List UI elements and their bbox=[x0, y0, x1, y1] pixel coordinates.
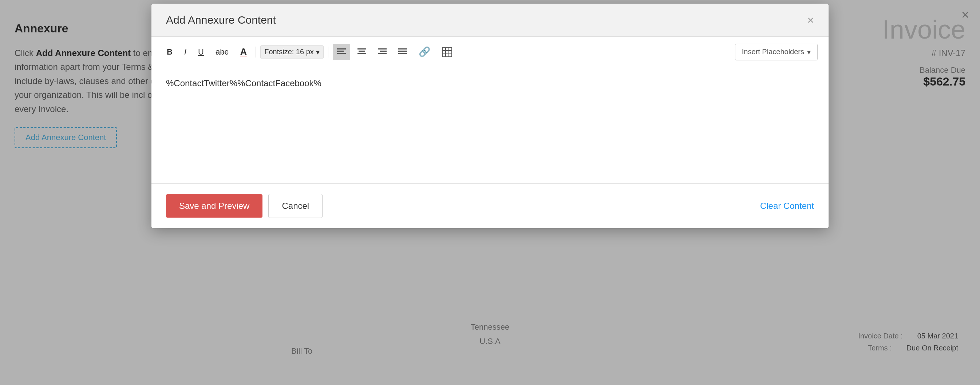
add-annexure-modal: Add Annexure Content × B I U abc A Fonts… bbox=[151, 4, 829, 228]
table-button[interactable] bbox=[438, 44, 457, 60]
align-left-icon bbox=[337, 48, 346, 55]
align-justify-button[interactable] bbox=[394, 44, 411, 60]
fontsize-dropdown-icon: ▾ bbox=[316, 48, 320, 56]
modal-header: Add Annexure Content × bbox=[151, 4, 829, 37]
cancel-button[interactable]: Cancel bbox=[268, 194, 323, 218]
align-center-icon bbox=[358, 48, 366, 55]
align-right-button[interactable] bbox=[374, 44, 391, 60]
svg-rect-5 bbox=[358, 53, 366, 54]
editor-content-text: %ContactTwitter%%ContactFacebook% bbox=[166, 78, 321, 88]
modal-title: Add Annexure Content bbox=[166, 14, 276, 26]
modal-footer: Save and Preview Cancel Clear Content bbox=[151, 184, 829, 228]
toolbar-separator-2 bbox=[328, 46, 328, 57]
save-and-preview-button[interactable]: Save and Preview bbox=[166, 194, 262, 218]
table-icon bbox=[442, 47, 452, 57]
insert-placeholders-icon: ▾ bbox=[807, 48, 811, 56]
editor-content-area[interactable]: %ContactTwitter%%ContactFacebook% bbox=[151, 67, 829, 184]
font-color-icon: A bbox=[240, 46, 247, 57]
svg-rect-11 bbox=[398, 53, 407, 54]
svg-rect-4 bbox=[359, 51, 365, 52]
svg-rect-12 bbox=[442, 47, 452, 57]
svg-rect-7 bbox=[380, 51, 387, 52]
align-left-button[interactable] bbox=[333, 44, 350, 60]
align-justify-icon bbox=[398, 48, 407, 55]
svg-rect-2 bbox=[337, 53, 346, 54]
font-color-button[interactable]: A bbox=[235, 43, 251, 60]
modal-close-button[interactable]: × bbox=[807, 14, 814, 26]
toolbar-separator-1 bbox=[256, 46, 256, 57]
svg-rect-1 bbox=[337, 51, 344, 52]
italic-button[interactable]: I bbox=[180, 45, 191, 60]
align-center-button[interactable] bbox=[353, 44, 371, 60]
strikethrough-button[interactable]: abc bbox=[211, 45, 232, 60]
insert-placeholders-button[interactable]: Insert Placeholders ▾ bbox=[735, 44, 818, 60]
svg-rect-0 bbox=[337, 48, 346, 49]
link-button[interactable]: 🔗 bbox=[414, 43, 435, 60]
svg-rect-6 bbox=[378, 48, 387, 49]
fontsize-dropdown[interactable]: Fontsize: 16 px ▾ bbox=[260, 45, 324, 59]
editor-toolbar: B I U abc A Fontsize: 16 px ▾ bbox=[151, 37, 829, 67]
svg-rect-8 bbox=[378, 53, 387, 54]
align-right-icon bbox=[378, 48, 387, 55]
insert-placeholders-label: Insert Placeholders bbox=[742, 48, 804, 56]
svg-rect-10 bbox=[398, 51, 407, 52]
bold-button[interactable]: B bbox=[162, 45, 177, 60]
svg-rect-3 bbox=[358, 48, 366, 49]
underline-button[interactable]: U bbox=[194, 45, 208, 60]
fontsize-label: Fontsize: 16 px bbox=[264, 48, 314, 56]
svg-rect-9 bbox=[398, 48, 407, 49]
clear-content-button[interactable]: Clear Content bbox=[760, 201, 814, 211]
